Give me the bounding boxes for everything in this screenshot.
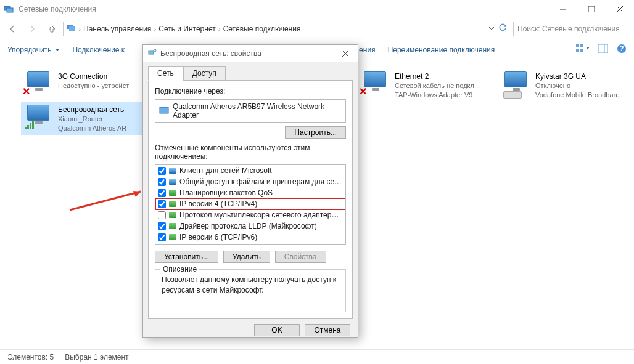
- forward-button[interactable]: [23, 22, 41, 36]
- components-label: Отмеченные компоненты используются этим …: [155, 144, 346, 161]
- dialog-titlebar[interactable]: Беспроводная сеть: свойства: [143, 45, 358, 62]
- component-label: IP версии 6 (TCP/IPv6): [179, 233, 343, 241]
- properties-dialog: Беспроводная сеть: свойства Сеть Доступ …: [142, 44, 358, 338]
- connection-name: Kyivstar 3G UA: [535, 71, 623, 81]
- component-checkbox[interactable]: [158, 178, 166, 186]
- help-icon[interactable]: ?: [617, 44, 627, 55]
- connection-item[interactable]: ✕ 3G Connection Недоступно - устройст: [21, 69, 163, 99]
- component-row[interactable]: Планировщик пакетов QoS: [155, 187, 345, 198]
- configure-button[interactable]: Настроить...: [285, 126, 346, 139]
- component-row[interactable]: Протокол мультиплексора сетевого адаптер…: [155, 209, 345, 220]
- component-label: Драйвер протокола LLDP (Майкрософт): [179, 222, 343, 230]
- component-row[interactable]: Клиент для сетей Microsoft: [155, 165, 345, 176]
- component-row[interactable]: IP версии 6 (TCP/IPv6): [155, 232, 345, 243]
- maximize-button[interactable]: [577, 0, 606, 18]
- search-placeholder: Поиск: Сетевые подключения: [517, 25, 620, 33]
- tab-access[interactable]: Доступ: [183, 66, 226, 80]
- connection-status: Xiaomi_Router: [58, 115, 126, 124]
- close-button[interactable]: [606, 0, 634, 18]
- component-label: Протокол мультиплексора сетевого адаптер…: [179, 211, 343, 219]
- modem-icon: [501, 71, 530, 96]
- component-label: Планировщик пакетов QoS: [179, 188, 343, 197]
- window-title: Сетевые подключения: [19, 5, 630, 14]
- ok-button[interactable]: OK: [254, 324, 300, 336]
- svg-rect-12: [598, 44, 608, 53]
- protocol-icon: [168, 222, 177, 230]
- protocol-icon: [168, 211, 177, 219]
- connection-adapter: TAP-Windows Adapter V9: [395, 91, 480, 100]
- protocol-icon: [168, 200, 177, 208]
- component-checkbox[interactable]: [158, 211, 166, 219]
- tab-panel-network: Подключение через: Qualcomm Atheros AR5B…: [148, 80, 353, 319]
- connection-item[interactable]: ✕ Ethernet 2 Сетевой кабель не подкл... …: [358, 69, 500, 102]
- chevron-right-icon: ›: [154, 25, 156, 33]
- dialog-title: Беспроводная сеть: свойства: [160, 49, 338, 58]
- connect-using-label: Подключение через:: [155, 87, 346, 95]
- status-count: Элементов: 5: [7, 353, 54, 362]
- description-legend: Описание: [160, 265, 199, 273]
- connection-adapter: Qualcomm Atheros AR: [58, 124, 126, 133]
- component-row[interactable]: IP версии 4 (TCP/IPv4): [155, 198, 345, 209]
- connection-name: Беспроводная сеть: [58, 105, 126, 115]
- connect-command[interactable]: Подключение к: [72, 46, 125, 54]
- connection-adapter: Vodafone Mobile Broadban...: [535, 91, 623, 100]
- back-button[interactable]: [4, 22, 21, 36]
- component-checkbox[interactable]: [158, 167, 166, 175]
- disable-command[interactable]: ения: [359, 46, 376, 54]
- svg-point-17: [154, 49, 156, 52]
- tab-network[interactable]: Сеть: [148, 66, 183, 81]
- cancel-button[interactable]: Отмена: [305, 324, 350, 336]
- app-icon: [4, 4, 14, 14]
- breadcrumb-item[interactable]: Сеть и Интернет: [158, 25, 215, 33]
- component-row[interactable]: Драйвер протокола LLDP (Майкрософт): [155, 220, 345, 232]
- up-button[interactable]: [43, 22, 60, 36]
- breadcrumb-root-icon: [66, 23, 76, 34]
- svg-text:?: ?: [619, 44, 624, 53]
- component-checkbox[interactable]: [158, 222, 166, 230]
- adapter-name: Qualcomm Atheros AR5B97 Wireless Network…: [173, 102, 342, 119]
- chevron-right-icon: ›: [218, 25, 221, 33]
- svg-rect-10: [576, 49, 579, 52]
- chevron-right-icon: ›: [78, 25, 81, 33]
- properties-button[interactable]: Свойства: [275, 251, 326, 263]
- refresh-icon[interactable]: [498, 23, 507, 34]
- details-pane-button[interactable]: [598, 44, 608, 55]
- wifi-icon: [23, 105, 53, 129]
- components-list[interactable]: Клиент для сетей MicrosoftОбщий доступ к…: [155, 164, 346, 245]
- connection-icon: ✕: [23, 71, 53, 96]
- breadcrumb-item[interactable]: Панель управления: [83, 25, 151, 33]
- search-input[interactable]: Поиск: Сетевые подключения: [513, 22, 630, 36]
- address-bar: › Панель управления › Сеть и Интернет › …: [0, 18, 634, 39]
- component-checkbox[interactable]: [158, 233, 166, 241]
- dialog-icon: [148, 48, 157, 59]
- protocol-icon: [168, 233, 177, 241]
- service-icon: [168, 166, 177, 175]
- dropdown-icon[interactable]: [488, 25, 495, 33]
- connection-status: Отключено: [535, 81, 623, 91]
- svg-rect-11: [580, 49, 583, 52]
- dialog-close-button[interactable]: [338, 47, 353, 60]
- component-checkbox[interactable]: [158, 200, 166, 208]
- description-groupbox: Описание Позволяет данному компьютеру по…: [155, 269, 346, 312]
- svg-rect-8: [576, 44, 579, 47]
- protocol-icon: [168, 188, 177, 197]
- component-row[interactable]: Общий доступ к файлам и принтерам для се…: [155, 176, 345, 187]
- breadcrumb[interactable]: › Панель управления › Сеть и Интернет › …: [63, 22, 482, 36]
- breadcrumb-item[interactable]: Сетевые подключения: [223, 25, 301, 33]
- connection-item-selected[interactable]: Беспроводная сеть Xiaomi_Router Qualcomm…: [21, 102, 163, 135]
- svg-rect-20: [160, 107, 168, 113]
- uninstall-button[interactable]: Удалить: [223, 251, 270, 263]
- rename-command[interactable]: Переименование подключения: [388, 46, 495, 54]
- connection-item[interactable]: Kyivstar 3G UA Отключено Vodafone Mobile…: [498, 69, 634, 102]
- install-button[interactable]: Установить...: [155, 251, 218, 263]
- svg-rect-7: [69, 26, 75, 31]
- connection-name: 3G Connection: [58, 71, 129, 81]
- view-icons-button[interactable]: [576, 44, 590, 55]
- component-checkbox[interactable]: [158, 189, 166, 197]
- organize-menu[interactable]: Упорядочить: [7, 46, 60, 54]
- connection-status: Недоступно - устройст: [58, 81, 129, 91]
- status-bar: Элементов: 5 Выбран 1 элемент: [0, 349, 634, 364]
- minimize-button[interactable]: [549, 0, 577, 18]
- window-titlebar: Сетевые подключения: [0, 0, 634, 18]
- component-label: Клиент для сетей Microsoft: [179, 166, 343, 175]
